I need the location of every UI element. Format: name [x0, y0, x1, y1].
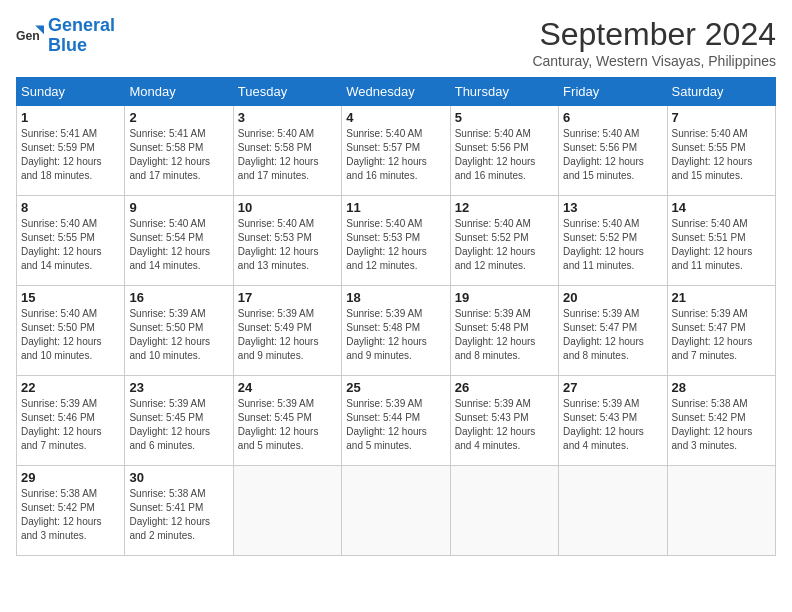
day-info: Sunrise: 5:40 AM Sunset: 5:53 PM Dayligh…: [238, 217, 337, 273]
calendar-day-cell: [667, 466, 775, 556]
calendar-day-cell: 28 Sunrise: 5:38 AM Sunset: 5:42 PM Dayl…: [667, 376, 775, 466]
weekday-header-friday: Friday: [559, 78, 667, 106]
day-number: 23: [129, 380, 228, 395]
calendar-day-cell: [559, 466, 667, 556]
day-info: Sunrise: 5:40 AM Sunset: 5:50 PM Dayligh…: [21, 307, 120, 363]
day-number: 2: [129, 110, 228, 125]
day-number: 13: [563, 200, 662, 215]
location-subtitle: Canturay, Western Visayas, Philippines: [532, 53, 776, 69]
weekday-header-thursday: Thursday: [450, 78, 558, 106]
day-number: 5: [455, 110, 554, 125]
day-number: 17: [238, 290, 337, 305]
day-number: 30: [129, 470, 228, 485]
day-info: Sunrise: 5:40 AM Sunset: 5:54 PM Dayligh…: [129, 217, 228, 273]
day-number: 14: [672, 200, 771, 215]
calendar-day-cell: 7 Sunrise: 5:40 AM Sunset: 5:55 PM Dayli…: [667, 106, 775, 196]
calendar-day-cell: 19 Sunrise: 5:39 AM Sunset: 5:48 PM Dayl…: [450, 286, 558, 376]
day-info: Sunrise: 5:39 AM Sunset: 5:48 PM Dayligh…: [346, 307, 445, 363]
weekday-header-sunday: Sunday: [17, 78, 125, 106]
day-info: Sunrise: 5:40 AM Sunset: 5:55 PM Dayligh…: [21, 217, 120, 273]
day-number: 8: [21, 200, 120, 215]
calendar-day-cell: 12 Sunrise: 5:40 AM Sunset: 5:52 PM Dayl…: [450, 196, 558, 286]
day-info: Sunrise: 5:41 AM Sunset: 5:58 PM Dayligh…: [129, 127, 228, 183]
calendar-day-cell: 11 Sunrise: 5:40 AM Sunset: 5:53 PM Dayl…: [342, 196, 450, 286]
weekday-header-saturday: Saturday: [667, 78, 775, 106]
calendar-day-cell: 13 Sunrise: 5:40 AM Sunset: 5:52 PM Dayl…: [559, 196, 667, 286]
day-number: 24: [238, 380, 337, 395]
calendar-day-cell: 27 Sunrise: 5:39 AM Sunset: 5:43 PM Dayl…: [559, 376, 667, 466]
day-number: 27: [563, 380, 662, 395]
day-info: Sunrise: 5:39 AM Sunset: 5:44 PM Dayligh…: [346, 397, 445, 453]
calendar-day-cell: 23 Sunrise: 5:39 AM Sunset: 5:45 PM Dayl…: [125, 376, 233, 466]
day-number: 26: [455, 380, 554, 395]
day-number: 20: [563, 290, 662, 305]
calendar-day-cell: 1 Sunrise: 5:41 AM Sunset: 5:59 PM Dayli…: [17, 106, 125, 196]
day-info: Sunrise: 5:39 AM Sunset: 5:49 PM Dayligh…: [238, 307, 337, 363]
day-number: 28: [672, 380, 771, 395]
day-number: 6: [563, 110, 662, 125]
calendar-day-cell: [450, 466, 558, 556]
day-info: Sunrise: 5:41 AM Sunset: 5:59 PM Dayligh…: [21, 127, 120, 183]
calendar-table: SundayMondayTuesdayWednesdayThursdayFrid…: [16, 77, 776, 556]
day-info: Sunrise: 5:40 AM Sunset: 5:52 PM Dayligh…: [455, 217, 554, 273]
calendar-week-row: 8 Sunrise: 5:40 AM Sunset: 5:55 PM Dayli…: [17, 196, 776, 286]
calendar-day-cell: 26 Sunrise: 5:39 AM Sunset: 5:43 PM Dayl…: [450, 376, 558, 466]
day-number: 19: [455, 290, 554, 305]
weekday-header-tuesday: Tuesday: [233, 78, 341, 106]
day-info: Sunrise: 5:39 AM Sunset: 5:45 PM Dayligh…: [238, 397, 337, 453]
day-info: Sunrise: 5:39 AM Sunset: 5:50 PM Dayligh…: [129, 307, 228, 363]
day-info: Sunrise: 5:39 AM Sunset: 5:46 PM Dayligh…: [21, 397, 120, 453]
calendar-day-cell: 20 Sunrise: 5:39 AM Sunset: 5:47 PM Dayl…: [559, 286, 667, 376]
calendar-day-cell: 4 Sunrise: 5:40 AM Sunset: 5:57 PM Dayli…: [342, 106, 450, 196]
day-number: 18: [346, 290, 445, 305]
calendar-day-cell: 16 Sunrise: 5:39 AM Sunset: 5:50 PM Dayl…: [125, 286, 233, 376]
day-info: Sunrise: 5:40 AM Sunset: 5:58 PM Dayligh…: [238, 127, 337, 183]
calendar-day-cell: 8 Sunrise: 5:40 AM Sunset: 5:55 PM Dayli…: [17, 196, 125, 286]
svg-text:Gen: Gen: [16, 28, 40, 42]
day-info: Sunrise: 5:39 AM Sunset: 5:45 PM Dayligh…: [129, 397, 228, 453]
day-info: Sunrise: 5:38 AM Sunset: 5:42 PM Dayligh…: [672, 397, 771, 453]
weekday-header-monday: Monday: [125, 78, 233, 106]
month-title: September 2024: [532, 16, 776, 53]
day-info: Sunrise: 5:40 AM Sunset: 5:53 PM Dayligh…: [346, 217, 445, 273]
calendar-day-cell: 29 Sunrise: 5:38 AM Sunset: 5:42 PM Dayl…: [17, 466, 125, 556]
logo: Gen General Blue: [16, 16, 115, 56]
calendar-day-cell: 22 Sunrise: 5:39 AM Sunset: 5:46 PM Dayl…: [17, 376, 125, 466]
logo-line2: Blue: [48, 36, 115, 56]
day-number: 1: [21, 110, 120, 125]
day-info: Sunrise: 5:40 AM Sunset: 5:56 PM Dayligh…: [455, 127, 554, 183]
calendar-day-cell: 17 Sunrise: 5:39 AM Sunset: 5:49 PM Dayl…: [233, 286, 341, 376]
calendar-day-cell: [233, 466, 341, 556]
day-info: Sunrise: 5:39 AM Sunset: 5:47 PM Dayligh…: [563, 307, 662, 363]
logo-icon: Gen: [16, 22, 44, 50]
day-number: 22: [21, 380, 120, 395]
day-number: 21: [672, 290, 771, 305]
day-number: 7: [672, 110, 771, 125]
calendar-day-cell: 9 Sunrise: 5:40 AM Sunset: 5:54 PM Dayli…: [125, 196, 233, 286]
calendar-week-row: 29 Sunrise: 5:38 AM Sunset: 5:42 PM Dayl…: [17, 466, 776, 556]
day-number: 16: [129, 290, 228, 305]
calendar-day-cell: 5 Sunrise: 5:40 AM Sunset: 5:56 PM Dayli…: [450, 106, 558, 196]
calendar-day-cell: 25 Sunrise: 5:39 AM Sunset: 5:44 PM Dayl…: [342, 376, 450, 466]
day-info: Sunrise: 5:40 AM Sunset: 5:51 PM Dayligh…: [672, 217, 771, 273]
weekday-header-wednesday: Wednesday: [342, 78, 450, 106]
day-info: Sunrise: 5:39 AM Sunset: 5:43 PM Dayligh…: [455, 397, 554, 453]
day-number: 15: [21, 290, 120, 305]
calendar-day-cell: 3 Sunrise: 5:40 AM Sunset: 5:58 PM Dayli…: [233, 106, 341, 196]
day-number: 3: [238, 110, 337, 125]
day-info: Sunrise: 5:39 AM Sunset: 5:43 PM Dayligh…: [563, 397, 662, 453]
day-number: 9: [129, 200, 228, 215]
calendar-day-cell: 21 Sunrise: 5:39 AM Sunset: 5:47 PM Dayl…: [667, 286, 775, 376]
calendar-week-row: 1 Sunrise: 5:41 AM Sunset: 5:59 PM Dayli…: [17, 106, 776, 196]
day-info: Sunrise: 5:38 AM Sunset: 5:42 PM Dayligh…: [21, 487, 120, 543]
page-header: Gen General Blue September 2024 Canturay…: [16, 16, 776, 69]
day-number: 29: [21, 470, 120, 485]
calendar-week-row: 22 Sunrise: 5:39 AM Sunset: 5:46 PM Dayl…: [17, 376, 776, 466]
calendar-week-row: 15 Sunrise: 5:40 AM Sunset: 5:50 PM Dayl…: [17, 286, 776, 376]
day-number: 10: [238, 200, 337, 215]
day-number: 11: [346, 200, 445, 215]
calendar-day-cell: 18 Sunrise: 5:39 AM Sunset: 5:48 PM Dayl…: [342, 286, 450, 376]
calendar-day-cell: 15 Sunrise: 5:40 AM Sunset: 5:50 PM Dayl…: [17, 286, 125, 376]
day-number: 25: [346, 380, 445, 395]
day-info: Sunrise: 5:38 AM Sunset: 5:41 PM Dayligh…: [129, 487, 228, 543]
